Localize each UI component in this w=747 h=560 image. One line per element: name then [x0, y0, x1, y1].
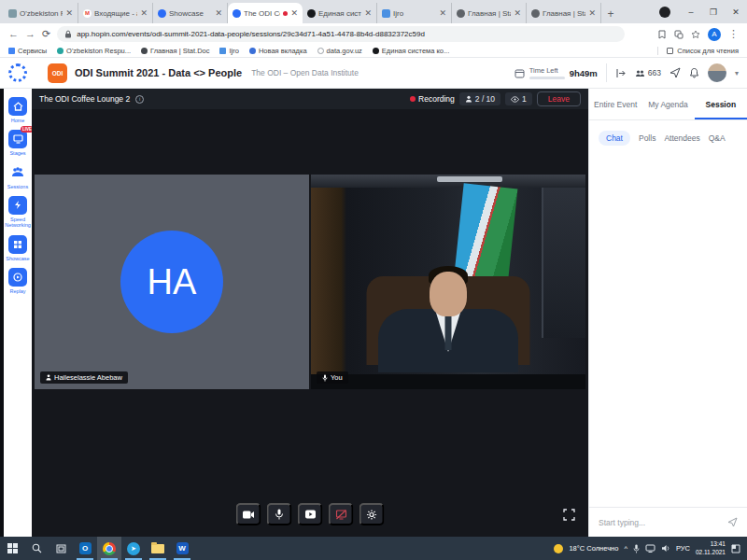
send-message-icon[interactable] — [727, 517, 738, 527]
weather-text[interactable]: 18°C Солнечно — [569, 544, 618, 553]
address-bar[interactable]: app.hopin.com/events/odi-summit-2021-dat… — [57, 26, 625, 42]
video-tile-participant[interactable]: HA Haileselassie Abebaw — [35, 175, 309, 389]
recording-indicator: Recording — [410, 94, 455, 104]
bookmarks-bar: Сервисы O'zbekiston Respu... Главная | S… — [0, 45, 747, 58]
subtab-chat[interactable]: Chat — [599, 131, 630, 146]
minimize-button[interactable]: – — [680, 0, 702, 23]
task-view-button[interactable] — [49, 537, 73, 560]
chevron-down-icon[interactable]: ▾ — [735, 69, 739, 77]
subtab-qa[interactable]: Q&A — [709, 133, 726, 143]
tab-odi-coffee-lounge-active[interactable]: The ODI Coffee Loung ✕ — [228, 3, 303, 23]
share-icon[interactable] — [669, 67, 681, 78]
tab-gmail-inbox[interactable]: M Входящие - akromsultano ✕ — [78, 3, 153, 23]
panel-tabs: Entire Event My Agenda Session — [589, 89, 747, 120]
tab-edinaya-sistema[interactable]: Единая система контрол ✕ — [303, 3, 377, 23]
chrome-menu-icon[interactable]: ⋮ — [728, 29, 739, 39]
tray-mic-icon[interactable] — [633, 544, 640, 553]
outlook-icon: O — [79, 542, 92, 554]
session-header-right: Recording 2 / 10 1 Leave — [410, 91, 581, 106]
close-icon[interactable]: ✕ — [215, 8, 222, 18]
apps-grid-icon — [8, 48, 15, 54]
close-icon[interactable]: ✕ — [588, 8, 596, 18]
forward-icon[interactable]: → — [25, 29, 35, 39]
taskbar-app-explorer[interactable] — [146, 537, 170, 560]
video-grid: HA Haileselassie Abebaw — [35, 175, 585, 389]
sidebar-item-replay[interactable]: Replay — [4, 268, 32, 294]
tab-showcase[interactable]: Showcase ✕ — [153, 3, 228, 23]
screenshare-button[interactable] — [329, 503, 354, 525]
video-tile-self[interactable]: You — [311, 175, 585, 389]
tab-label: Главная | Stat.Doc — [468, 9, 511, 18]
sidebar-item-sessions[interactable]: Sessions — [4, 163, 32, 189]
browser-profile-icon[interactable] — [659, 7, 670, 18]
main-area: Home LIVE Stages Sessions Speed Netwo — [0, 89, 747, 537]
taskbar-search-button[interactable] — [24, 537, 49, 560]
bookmark-icon[interactable] — [657, 30, 667, 39]
event-subtitle: The ODI – Open Data Institute — [251, 68, 359, 77]
sidebar-item-home[interactable]: Home — [4, 97, 32, 123]
taskbar-app-outlook[interactable]: O — [73, 537, 97, 560]
subtab-attendees[interactable]: Attendees — [664, 133, 699, 143]
screen: O'zbekiston Respublikasi ✕ M Входящие - … — [0, 0, 747, 560]
close-window-button[interactable]: ✕ — [725, 0, 747, 23]
tray-display-icon[interactable] — [645, 544, 655, 553]
reload-icon[interactable]: ⟳ — [42, 29, 50, 39]
close-icon[interactable]: ✕ — [65, 8, 73, 18]
tab-uzbekiston[interactable]: O'zbekiston Respublikasi ✕ — [4, 3, 78, 23]
chat-input[interactable] — [599, 518, 722, 527]
tab-statdoc-2[interactable]: Главная | Stat.Doc ✕ — [527, 3, 601, 23]
taskbar-app-telegram[interactable]: ➤ — [121, 537, 146, 560]
chrome-profile-avatar[interactable]: A — [708, 28, 721, 41]
tray-expand-chevron[interactable]: ^ — [624, 544, 627, 553]
close-icon[interactable]: ✕ — [439, 8, 446, 18]
tab-ijro[interactable]: Ijro ✕ — [377, 3, 452, 23]
info-icon[interactable]: i — [135, 95, 144, 104]
bell-icon[interactable] — [689, 67, 699, 78]
sidebar-item-stages[interactable]: LIVE Stages — [4, 130, 32, 156]
bookmark-edinaya[interactable]: Единая система ко... — [373, 47, 449, 55]
taskbar-clock[interactable]: 13:41 02.11.2021 — [696, 540, 726, 555]
back-icon[interactable]: ← — [8, 29, 19, 39]
leave-button[interactable]: Leave — [537, 91, 581, 106]
bookmark-uzbekiston[interactable]: O'zbekiston Respu... — [57, 47, 131, 55]
watch-stream-button[interactable] — [298, 503, 323, 525]
attendee-count[interactable]: 663 — [635, 68, 661, 77]
start-button[interactable] — [0, 537, 24, 560]
close-icon[interactable]: ✕ — [140, 8, 148, 18]
tab-session[interactable]: Session — [695, 100, 747, 119]
user-avatar[interactable] — [708, 63, 726, 82]
tab-my-agenda[interactable]: My Agenda — [641, 100, 694, 119]
close-icon[interactable]: ✕ — [514, 8, 521, 18]
bookmark-ijro[interactable]: Ijro — [219, 47, 238, 55]
microphone-button[interactable] — [267, 503, 292, 525]
sidebar-item-showcase[interactable]: Showcase — [4, 235, 32, 261]
taskbar-app-chrome[interactable] — [97, 537, 121, 560]
hopin-logo-icon[interactable] — [8, 63, 27, 82]
fullscreen-button[interactable] — [558, 505, 579, 524]
bookmark-newtab[interactable]: Новая вкладка — [249, 47, 307, 55]
new-tab-button[interactable]: + — [601, 5, 620, 23]
subtab-polls[interactable]: Polls — [639, 133, 655, 143]
star-icon[interactable] — [691, 30, 700, 39]
bookmark-datagov[interactable]: data.gov.uz — [317, 47, 362, 55]
tray-volume-icon[interactable] — [661, 544, 670, 553]
tab-entire-event[interactable]: Entire Event — [589, 100, 641, 119]
restore-button[interactable]: ❐ — [702, 0, 725, 23]
camera-button[interactable] — [236, 503, 261, 525]
tab-statdoc-1[interactable]: Главная | Stat.Doc ✕ — [452, 3, 527, 23]
participant-capacity-badge: 2 / 10 — [459, 92, 500, 105]
photo-person-head — [430, 272, 467, 316]
bookmark-statdoc[interactable]: Главная | Stat.Doc — [141, 47, 209, 55]
language-indicator[interactable]: РУС — [676, 544, 690, 553]
exit-event-icon[interactable] — [615, 68, 627, 78]
reading-list-button[interactable]: Список для чтения — [657, 47, 739, 55]
settings-button[interactable] — [359, 503, 385, 525]
close-icon[interactable]: ✕ — [364, 8, 372, 18]
translate-icon[interactable] — [674, 30, 684, 39]
clock-time: 13:41 — [711, 540, 726, 547]
close-icon[interactable]: ✕ — [290, 8, 298, 18]
sidebar-item-speed-networking[interactable]: Speed Networking — [4, 196, 32, 229]
notification-center-icon[interactable] — [731, 544, 740, 553]
taskbar-app-word[interactable]: W — [170, 537, 194, 560]
bookmark-services[interactable]: Сервисы — [8, 47, 47, 55]
